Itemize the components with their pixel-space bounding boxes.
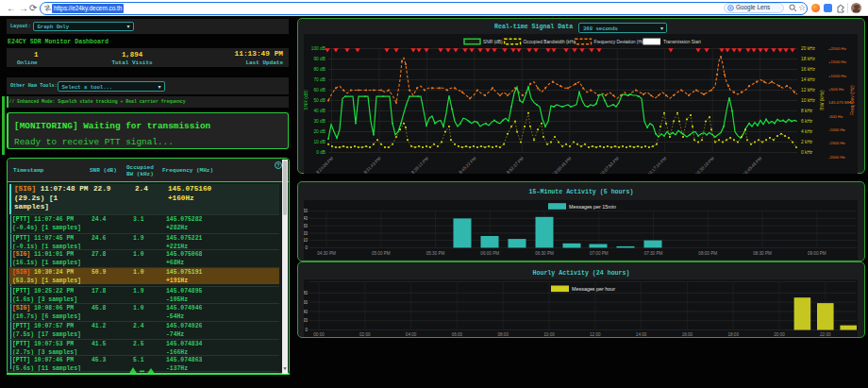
svg-text:08:00: 08:00 <box>497 332 509 337</box>
svg-text:50: 50 <box>304 209 308 213</box>
svg-text:Occupied Bandwidth (kHz): Occupied Bandwidth (kHz) <box>524 40 577 44</box>
svg-text:0: 0 <box>305 328 308 332</box>
svg-text:-1500 Hz: -1500 Hz <box>828 141 845 145</box>
svg-text:40 dB: 40 dB <box>313 109 326 113</box>
svg-text:40: 40 <box>304 310 308 314</box>
svg-text:06:00 PM: 06:00 PM <box>480 251 499 256</box>
svg-text:+500 Hz: +500 Hz <box>828 87 843 92</box>
svg-text:04:00: 04:00 <box>406 332 417 337</box>
svg-text:02:00: 02:00 <box>359 332 371 337</box>
svg-text:10 kHz: 10 kHz <box>801 98 816 103</box>
svg-text:09:00 PM: 09:00 PM <box>808 251 826 256</box>
svg-text:Messages per 15min: Messages per 15min <box>569 204 616 210</box>
svg-text:20:00: 20:00 <box>774 332 785 337</box>
svg-text:10: 10 <box>304 238 308 243</box>
svg-text:20: 20 <box>304 318 308 323</box>
svg-text:0 dB: 0 dB <box>316 150 326 155</box>
svg-text:-1000 Hz: -1000 Hz <box>828 127 845 132</box>
svg-text:+1000 Hz: +1000 Hz <box>828 74 846 78</box>
svg-text:Transmission Start: Transmission Start <box>663 40 701 44</box>
svg-text:-500 Hz: -500 Hz <box>828 114 843 119</box>
svg-text:SNR (dB): SNR (dB) <box>483 40 503 44</box>
svg-text:20: 20 <box>304 231 308 236</box>
svg-text:60: 60 <box>304 300 308 305</box>
svg-text:12 kHz: 12 kHz <box>801 88 816 93</box>
svg-text:10 dB: 10 dB <box>313 140 326 144</box>
svg-text:+1500 Hz: +1500 Hz <box>828 59 846 64</box>
svg-text:06:30 PM: 06:30 PM <box>535 251 554 256</box>
svg-text:80: 80 <box>304 291 308 295</box>
svg-text:14 kHz: 14 kHz <box>801 77 816 82</box>
svg-text:00:00: 00:00 <box>313 332 325 337</box>
svg-text:30 dB: 30 dB <box>313 119 326 124</box>
svg-text:10:00: 10:00 <box>543 332 555 337</box>
svg-text:+2000 Hz: +2000 Hz <box>828 46 846 51</box>
svg-text:90 dB: 90 dB <box>313 57 326 61</box>
svg-text:60 dB: 60 dB <box>313 88 326 93</box>
svg-text:07:30 PM: 07:30 PM <box>644 251 663 256</box>
svg-text:Messages per hour: Messages per hour <box>572 286 615 292</box>
svg-text:100 dB: 100 dB <box>311 46 326 51</box>
svg-text:04:30 PM: 04:30 PM <box>317 251 336 256</box>
svg-text:12:00: 12:00 <box>590 332 601 337</box>
svg-text:6 kHz: 6 kHz <box>801 119 813 124</box>
svg-text:Frequency Deviation (Hz): Frequency Deviation (Hz) <box>594 40 646 44</box>
svg-text:14:00: 14:00 <box>636 332 647 337</box>
svg-text:20 dB: 20 dB <box>313 129 326 134</box>
svg-text:30: 30 <box>304 224 308 228</box>
svg-text:40: 40 <box>304 216 308 221</box>
svg-text:18 kHz: 18 kHz <box>801 57 816 61</box>
svg-text:0 kHz: 0 kHz <box>801 150 813 155</box>
svg-text:20 kHz: 20 kHz <box>801 46 816 51</box>
svg-text:08:00 PM: 08:00 PM <box>698 251 717 256</box>
svg-text:-2000 Hz: -2000 Hz <box>828 155 845 160</box>
svg-text:0: 0 <box>305 245 308 250</box>
svg-text:06:00: 06:00 <box>452 332 463 337</box>
svg-text:07:00 PM: 07:00 PM <box>590 251 609 256</box>
svg-text:18:00: 18:00 <box>727 332 739 337</box>
svg-text:16 kHz: 16 kHz <box>801 67 816 72</box>
svg-text:2 kHz: 2 kHz <box>801 140 813 144</box>
svg-text:22:00: 22:00 <box>820 332 831 337</box>
svg-text:SNR (dB): SNR (dB) <box>304 90 309 110</box>
svg-text:05:30 PM: 05:30 PM <box>426 251 445 256</box>
svg-text:8 kHz: 8 kHz <box>801 109 813 113</box>
svg-text:4 kHz: 4 kHz <box>801 129 813 134</box>
svg-text:70 dB: 70 dB <box>313 77 326 82</box>
svg-text:50 dB: 50 dB <box>313 98 326 103</box>
svg-text:05:00 PM: 05:00 PM <box>372 251 391 256</box>
svg-text:BW (kHz): BW (kHz) <box>819 90 825 110</box>
svg-text:08:30 PM: 08:30 PM <box>753 251 772 256</box>
svg-text:Freq Dev (Hz): Freq Dev (Hz) <box>849 85 855 115</box>
svg-text:80 dB: 80 dB <box>313 67 326 72</box>
svg-text:16:00: 16:00 <box>682 332 693 337</box>
